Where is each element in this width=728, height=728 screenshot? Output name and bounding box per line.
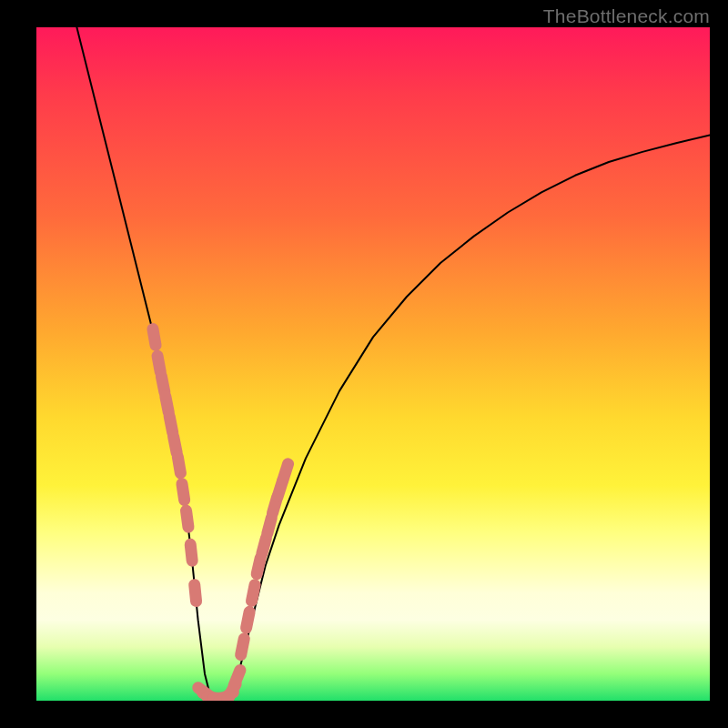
chart-marker	[195, 585, 197, 602]
chart-marker	[283, 464, 288, 480]
chart-marker	[190, 544, 192, 561]
chart-marker	[257, 558, 260, 574]
chart-marker	[174, 437, 177, 453]
chart-marker	[187, 511, 188, 527]
chart-marker	[177, 457, 180, 473]
chart-marker	[247, 612, 250, 628]
chart-marker	[182, 484, 185, 500]
chart-line	[76, 27, 710, 701]
chart-marker	[262, 538, 267, 553]
chart-marker	[169, 417, 173, 433]
chart-marker	[252, 585, 256, 602]
chart-marker	[153, 329, 156, 346]
chart-marker	[157, 356, 160, 372]
chart-marker	[234, 670, 240, 685]
chart-frame: TheBottleneck.com	[0, 0, 728, 728]
chart-svg	[36, 27, 710, 701]
chart-marker	[166, 397, 169, 413]
chart-marker	[161, 376, 165, 392]
chart-marker	[268, 518, 272, 533]
watermark-text: TheBottleneck.com	[543, 5, 710, 27]
plot-area	[36, 27, 710, 701]
chart-marker	[241, 639, 245, 655]
